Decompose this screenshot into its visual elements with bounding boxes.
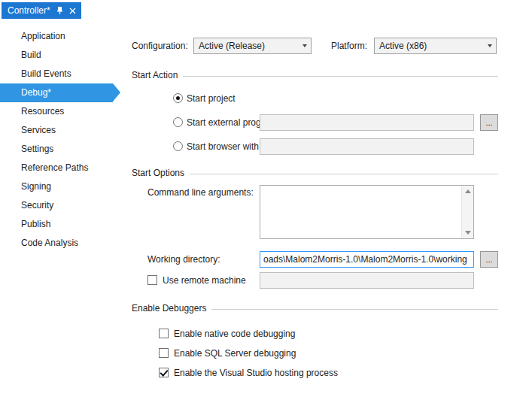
start-project-label: Start project [187,90,236,107]
hosting-process-label: Enable the Visual Studio hosting process [174,365,338,380]
sidebar-item-publish[interactable]: Publish [0,215,113,234]
scroll-up-icon[interactable] [465,189,471,193]
sidebar-item-reference-paths[interactable]: Reference Paths [0,159,113,177]
start-external-row: Start external program: ... [132,114,498,131]
sidebar: Application Build Build Events Debug* Re… [0,27,126,253]
section-rule [211,309,498,310]
sidebar-item-settings[interactable]: Settings [0,140,113,159]
working-directory-row: Working directory: ... [132,251,498,268]
chevron-down-icon [298,38,311,53]
sql-server-debugging-label: Enable SQL Server debugging [174,346,296,361]
sidebar-item-security[interactable]: Security [0,196,113,215]
sidebar-item-services[interactable]: Services [0,121,113,140]
sidebar-item-signing[interactable]: Signing [0,177,113,196]
section-title: Start Options [132,168,184,178]
sidebar-item-application[interactable]: Application [0,27,113,46]
start-project-radio[interactable] [173,93,183,103]
section-title: Start Action [132,70,178,80]
remote-machine-input[interactable] [260,272,474,289]
sidebar-item-resources[interactable]: Resources [0,102,113,121]
configuration-label: Configuration: [132,38,188,54]
section-enable-debuggers: Enable Debuggers [132,302,498,314]
command-line-row: Command line arguments: [132,185,498,239]
working-directory-label: Working directory: [147,251,220,268]
native-code-debugging-checkbox[interactable] [159,329,169,338]
section-start-options: Start Options [132,167,498,179]
command-line-label: Command line arguments: [147,186,254,198]
tab-bar: Controller* [2,2,81,19]
section-title: Enable Debuggers [132,303,206,314]
hosting-process-checkbox[interactable] [159,368,169,377]
debug-properties-panel: Configuration: Active (Release) Platform… [132,33,498,406]
start-browser-row: Start browser with URL: [132,138,498,155]
platform-label: Platform: [331,38,367,54]
external-program-browse-button[interactable]: ... [480,114,498,131]
chevron-down-icon [483,38,496,53]
use-remote-machine-checkbox[interactable] [147,275,157,285]
sidebar-item-debug[interactable]: Debug* [0,83,113,102]
platform-value: Active (x86) [379,41,483,51]
sql-debugging-row: Enable SQL Server debugging [132,346,498,361]
native-debugging-row: Enable native code debugging [132,326,498,341]
start-project-row: Start project [132,90,498,107]
pin-icon[interactable] [56,6,64,15]
working-directory-browse-button[interactable]: ... [480,251,498,268]
remote-machine-row: Use remote machine [132,272,498,289]
command-line-arguments-input[interactable] [260,185,474,239]
scroll-down-icon[interactable] [465,231,471,235]
working-directory-input[interactable] [260,251,474,268]
sidebar-item-build[interactable]: Build [0,46,113,65]
vs-project-properties-window: Controller* Application Build Build Even… [0,0,532,409]
tab-title: Controller* [8,5,50,16]
tab-controller[interactable]: Controller* [2,2,81,19]
sidebar-item-build-events[interactable]: Build Events [0,65,113,83]
start-external-radio[interactable] [173,117,183,127]
use-remote-machine-label: Use remote machine [163,272,246,289]
external-program-input[interactable] [260,114,474,131]
section-rule [190,174,498,174]
configuration-select[interactable]: Active (Release) [193,38,312,54]
browser-url-input[interactable] [260,138,474,155]
scrollbar[interactable] [461,186,473,238]
sql-server-debugging-checkbox[interactable] [159,348,169,358]
platform-select[interactable]: Active (x86) [374,38,497,54]
native-code-debugging-label: Enable native code debugging [174,326,295,341]
start-browser-radio[interactable] [173,141,183,151]
sidebar-item-code-analysis[interactable]: Code Analysis [0,234,113,253]
configuration-value: Active (Release) [199,41,298,51]
section-rule [183,76,498,77]
section-start-action: Start Action [132,69,498,81]
configuration-row: Configuration: Active (Release) Platform… [132,38,498,54]
hosting-process-row: Enable the Visual Studio hosting process [132,365,498,380]
close-icon[interactable] [69,8,76,14]
